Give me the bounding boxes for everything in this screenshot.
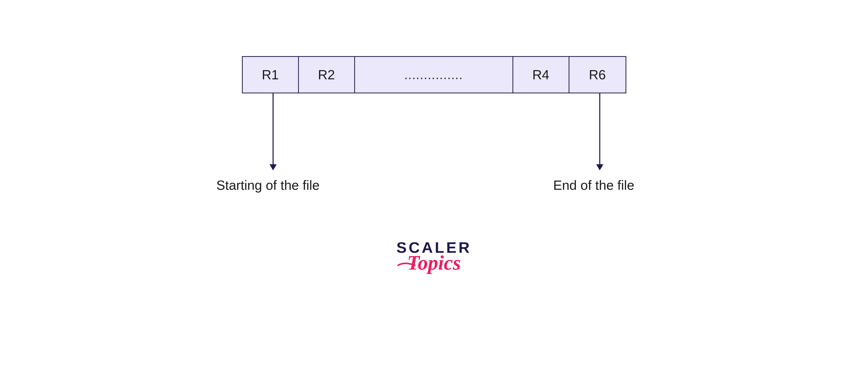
arrow-down-icon	[596, 164, 603, 170]
arrow-end-of-file	[596, 93, 603, 170]
logo-topics-text: Topics	[407, 251, 461, 274]
arrow-start-of-file	[270, 93, 277, 170]
brand-logo: SCALER Topics	[396, 239, 472, 274]
arrows-container	[242, 93, 626, 175]
record-cell-r6: R6	[569, 57, 625, 93]
records-row: R1 R2 ............... R4 R6	[242, 56, 626, 93]
arrow-line	[599, 93, 600, 165]
record-cell-r2: R2	[299, 57, 355, 93]
arrow-line	[273, 93, 274, 165]
label-start-of-file: Starting of the file	[216, 177, 320, 193]
record-cell-r1: R1	[243, 57, 299, 93]
record-cell-ellipsis: ...............	[355, 57, 513, 93]
label-end-of-file: End of the file	[553, 177, 634, 193]
file-structure-diagram: R1 R2 ............... R4 R6 Starting of …	[242, 56, 626, 274]
labels-container: Starting of the file End of the file	[242, 177, 626, 198]
swoosh-icon	[397, 260, 417, 270]
arrow-down-icon	[270, 164, 277, 170]
record-cell-r4: R4	[513, 57, 569, 93]
